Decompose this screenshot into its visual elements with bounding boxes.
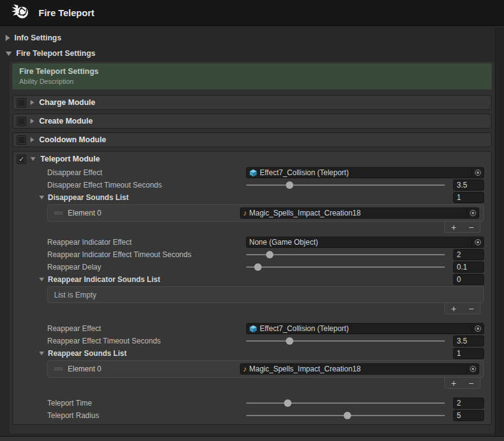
object-picker-icon[interactable] bbox=[472, 324, 483, 334]
teleport-radius-label: Teleport Radius bbox=[47, 411, 246, 420]
disappear-effect-value: Effect7_Collision (Teleport) bbox=[260, 168, 472, 177]
reappear-indicator-effect-object-field[interactable]: None (Game Object) bbox=[246, 237, 484, 248]
teleport-module-checkbox[interactable] bbox=[17, 155, 26, 164]
inspector-body: Info Settings Fire Teleport Settings Fir… bbox=[0, 26, 504, 434]
object-picker-icon[interactable] bbox=[472, 168, 483, 178]
audio-clip-icon: ♪ bbox=[243, 365, 247, 373]
reappear-sound-object-field[interactable]: ♪ Magic_Spells_Impact_Creation18 bbox=[240, 363, 479, 375]
disappear-sounds-size-field[interactable]: 1 bbox=[453, 192, 484, 203]
teleport-radius-slider[interactable] bbox=[246, 410, 445, 421]
chevron-down-icon[interactable] bbox=[39, 352, 44, 355]
chevron-right-icon[interactable] bbox=[30, 100, 34, 105]
help-box-subtitle: Ability Description bbox=[19, 78, 484, 85]
object-picker-icon[interactable] bbox=[467, 364, 479, 374]
foldout-fire-teleport-settings[interactable]: Fire Teleport Settings bbox=[0, 47, 495, 60]
disappear-timeout-slider[interactable] bbox=[246, 180, 445, 191]
list-element-row[interactable]: Element 0 ♪ Magic_Spells_Impact_Creation… bbox=[54, 207, 479, 219]
add-element-button[interactable]: + bbox=[446, 222, 461, 232]
reappear-indicator-timeout-label: Reappear Indicator Effect Timeout Second… bbox=[47, 250, 246, 259]
reappear-delay-value-field[interactable]: 0.1 bbox=[453, 261, 484, 273]
slider-knob[interactable] bbox=[286, 337, 293, 345]
chevron-right-icon[interactable] bbox=[6, 35, 10, 41]
slider-knob[interactable] bbox=[284, 399, 291, 407]
chevron-right-icon[interactable] bbox=[30, 137, 34, 142]
drag-handle-icon[interactable] bbox=[54, 366, 63, 371]
reappear-indicator-sounds-size-field[interactable]: 0 bbox=[453, 274, 484, 285]
reappear-indicator-sounds-foldout-row[interactable]: Reappear Indicator Sounds List 0 bbox=[47, 274, 484, 285]
reappear-indicator-timeout-row: Reappear Indicator Effect Timeout Second… bbox=[47, 248, 484, 261]
element-label: Element 0 bbox=[68, 209, 240, 217]
add-element-button[interactable]: + bbox=[446, 304, 461, 314]
add-element-button[interactable]: + bbox=[446, 378, 461, 388]
list-footer: + − bbox=[444, 303, 480, 314]
reappear-indicator-timeout-value-field[interactable]: 2 bbox=[453, 249, 484, 260]
reappear-effect-label: Reappear Effect bbox=[47, 324, 246, 333]
remove-element-button[interactable]: − bbox=[464, 304, 479, 314]
chevron-down-icon[interactable] bbox=[39, 196, 44, 199]
element-label: Element 0 bbox=[68, 365, 240, 373]
teleport-time-slider[interactable] bbox=[246, 398, 445, 409]
chevron-down-icon[interactable] bbox=[30, 157, 35, 161]
window-bottom-strip bbox=[0, 436, 504, 441]
charge-module-row[interactable]: Charge Module bbox=[12, 95, 492, 110]
disappear-timeout-value-field[interactable]: 3.5 bbox=[453, 180, 484, 191]
cooldown-module-row[interactable]: Cooldown Module bbox=[12, 132, 492, 147]
prefab-cube-icon bbox=[249, 325, 257, 333]
remove-element-button[interactable]: − bbox=[464, 222, 479, 232]
chevron-right-icon[interactable] bbox=[30, 119, 34, 124]
reappear-effect-object-field[interactable]: Effect7_Collision (Teleport) bbox=[246, 323, 484, 334]
foldout-main-label: Fire Teleport Settings bbox=[16, 49, 96, 58]
slider-knob[interactable] bbox=[344, 412, 351, 419]
reappear-sounds-size-field[interactable]: 1 bbox=[453, 348, 484, 359]
audio-clip-icon: ♪ bbox=[243, 209, 247, 217]
teleport-radius-value-field[interactable]: 5 bbox=[453, 410, 484, 421]
slider-knob[interactable] bbox=[254, 263, 262, 271]
slider-knob[interactable] bbox=[266, 251, 273, 258]
object-picker-icon[interactable] bbox=[467, 208, 479, 218]
teleport-time-row: Teleport Time 2 bbox=[47, 397, 484, 409]
cooldown-module-label: Cooldown Module bbox=[39, 135, 106, 144]
cooldown-module-checkbox[interactable] bbox=[17, 135, 26, 145]
slider-knob[interactable] bbox=[286, 181, 293, 189]
disappear-sounds-list-box: Element 0 ♪ Magic_Spells_Impact_Creation… bbox=[47, 204, 484, 222]
disappear-effect-object-field[interactable]: Effect7_Collision (Teleport) bbox=[246, 167, 484, 178]
teleport-module-header[interactable]: Teleport Module bbox=[13, 152, 491, 166]
reappear-delay-slider[interactable] bbox=[246, 261, 445, 273]
teleport-time-label: Teleport Time bbox=[47, 399, 246, 407]
chevron-down-icon[interactable] bbox=[6, 52, 12, 56]
list-footer: + − bbox=[444, 222, 480, 233]
list-element-row[interactable]: Element 0 ♪ Magic_Spells_Impact_Creation… bbox=[54, 363, 479, 375]
teleport-module-box: Teleport Module Disappear Effect Effect7… bbox=[12, 151, 492, 425]
scrollbar-track[interactable] bbox=[495, 27, 504, 441]
fireball-logo-icon bbox=[11, 3, 30, 22]
object-picker-icon[interactable] bbox=[472, 237, 483, 247]
disappear-timeout-row: Disappear Effect Timeout Seconds 3.5 bbox=[47, 179, 484, 191]
disappear-effect-label: Disappear Effect bbox=[47, 168, 246, 177]
disappear-sound-object-field[interactable]: ♪ Magic_Spells_Impact_Creation18 bbox=[240, 207, 479, 219]
create-module-checkbox[interactable] bbox=[17, 117, 26, 126]
reappear-sounds-label: Reappear Sounds List bbox=[48, 349, 243, 358]
disappear-sounds-label: Disappear Sounds List bbox=[48, 193, 243, 202]
drag-handle-icon[interactable] bbox=[54, 211, 63, 216]
reappear-indicator-sounds-label: Reappear Indicator Sounds List bbox=[48, 275, 243, 284]
charge-module-checkbox[interactable] bbox=[17, 98, 26, 107]
reappear-timeout-label: Reappear Effect Timeout Seconds bbox=[47, 337, 246, 345]
reappear-timeout-value-field[interactable]: 3.5 bbox=[453, 335, 484, 347]
reappear-sounds-foldout-row[interactable]: Reappear Sounds List 1 bbox=[47, 348, 484, 359]
foldout-info-settings[interactable]: Info Settings bbox=[0, 31, 495, 45]
teleport-module-content: Disappear Effect Effect7_Collision (Tele… bbox=[13, 166, 491, 422]
create-module-label: Create Module bbox=[39, 117, 93, 125]
window-title: Fire Teleport bbox=[39, 7, 94, 18]
ability-description-box: Fire Teleport Settings Ability Descripti… bbox=[12, 63, 492, 89]
list-footer: + − bbox=[444, 378, 480, 389]
chevron-down-icon[interactable] bbox=[39, 278, 44, 281]
create-module-row[interactable]: Create Module bbox=[12, 114, 492, 129]
fire-teleport-settings-group: Fire Teleport Settings Ability Descripti… bbox=[9, 61, 495, 434]
prefab-cube-icon bbox=[249, 169, 257, 177]
remove-element-button[interactable]: − bbox=[464, 378, 479, 388]
charge-module-label: Charge Module bbox=[39, 98, 95, 107]
teleport-time-value-field[interactable]: 2 bbox=[453, 398, 484, 409]
reappear-indicator-timeout-slider[interactable] bbox=[246, 249, 445, 260]
disappear-sounds-foldout-row[interactable]: Disappear Sounds List 1 bbox=[47, 192, 484, 203]
reappear-timeout-slider[interactable] bbox=[246, 335, 445, 347]
